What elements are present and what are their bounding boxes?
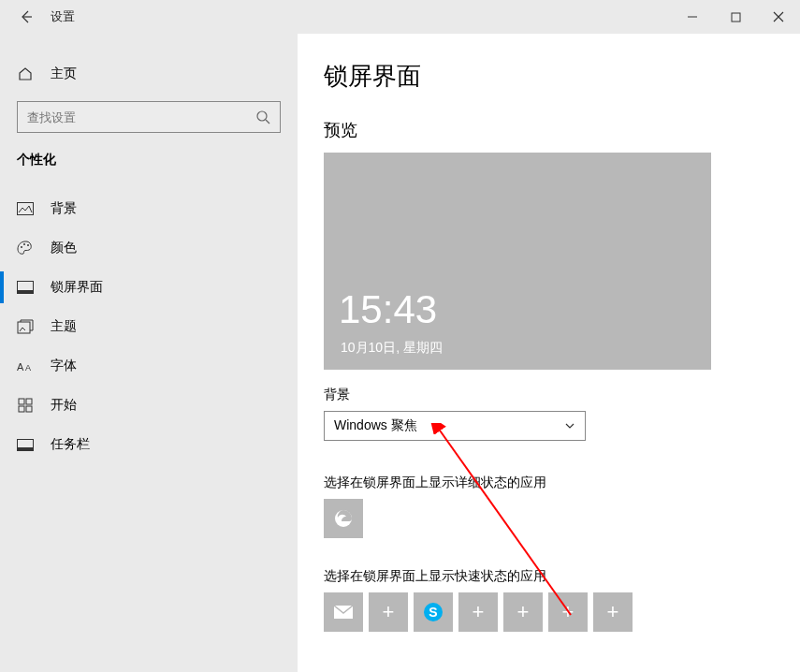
search-icon: [255, 110, 270, 124]
sidebar-item-taskbar[interactable]: 任务栏: [0, 425, 298, 464]
quick-app-mail[interactable]: [324, 592, 363, 632]
svg-text:A: A: [25, 363, 31, 373]
picture-icon: [17, 200, 34, 217]
quick-app-add-4[interactable]: +: [548, 592, 588, 632]
lockscreen-preview: 15:43 10月10日, 星期四: [324, 153, 711, 370]
titlebar: 设置: [0, 0, 800, 34]
plus-icon: +: [517, 600, 530, 624]
home-link[interactable]: 主页: [0, 60, 298, 88]
skype-icon: S: [422, 601, 444, 623]
sidebar-item-label: 背景: [51, 200, 77, 217]
close-button[interactable]: [757, 0, 800, 34]
quick-app-add-5[interactable]: +: [593, 592, 633, 632]
sidebar-item-start[interactable]: 开始: [0, 386, 298, 425]
theme-icon: [17, 318, 34, 335]
plus-icon: +: [473, 600, 485, 624]
font-icon: AA: [17, 358, 34, 374]
sidebar-item-label: 颜色: [51, 240, 77, 256]
lockscreen-icon: [17, 279, 34, 296]
mail-icon: [333, 605, 354, 620]
svg-point-4: [23, 243, 25, 245]
start-icon: [17, 397, 34, 414]
sidebar-item-colors[interactable]: 颜色: [0, 228, 298, 268]
plus-icon: +: [562, 600, 575, 624]
edge-icon: [332, 507, 355, 530]
background-dropdown[interactable]: Windows 聚焦: [324, 411, 586, 441]
background-label: 背景: [324, 387, 774, 403]
home-label: 主页: [51, 66, 77, 82]
quick-status-row: + S + + + +: [324, 592, 774, 632]
quick-app-add-2[interactable]: +: [458, 592, 498, 632]
svg-rect-2: [18, 203, 34, 215]
preview-date: 10月10日, 星期四: [341, 340, 443, 357]
home-icon: [17, 66, 34, 82]
maximize-icon: [731, 12, 741, 22]
sidebar-item-lockscreen[interactable]: 锁屏界面: [0, 268, 298, 307]
detailed-status-label: 选择在锁屏界面上显示详细状态的应用: [324, 475, 774, 491]
svg-rect-8: [18, 322, 30, 333]
svg-rect-14: [26, 406, 32, 412]
detailed-status-row: [324, 499, 774, 538]
svg-point-5: [27, 244, 29, 246]
quick-status-label: 选择在锁屏界面上显示快速状态的应用: [324, 568, 774, 585]
quick-app-add-3[interactable]: +: [503, 592, 543, 632]
svg-point-1: [257, 111, 267, 121]
chevron-down-icon: [564, 420, 575, 431]
preview-label: 预览: [324, 119, 774, 141]
sidebar-item-fonts[interactable]: AA 字体: [0, 346, 298, 386]
svg-rect-11: [19, 399, 24, 404]
window-controls: [671, 0, 800, 34]
sidebar-item-background[interactable]: 背景: [0, 189, 298, 228]
svg-rect-7: [18, 290, 34, 294]
svg-text:A: A: [17, 361, 24, 373]
palette-icon: [17, 240, 34, 256]
quick-app-skype[interactable]: S: [414, 592, 453, 632]
sidebar-item-label: 主题: [51, 318, 77, 335]
plus-icon: +: [383, 600, 395, 624]
titlebar-left: 设置: [0, 7, 75, 26]
window-title: 设置: [51, 8, 75, 25]
plus-icon: +: [607, 600, 619, 624]
close-icon: [773, 11, 784, 22]
dropdown-value: Windows 聚焦: [334, 417, 564, 434]
sidebar-item-label: 开始: [51, 397, 77, 414]
sidebar: 主页 个性化 背景 颜色 锁屏界面 主题 AA 字体 开始: [0, 34, 298, 672]
svg-rect-0: [732, 13, 740, 22]
sidebar-item-label: 任务栏: [51, 436, 90, 453]
content: 锁屏界面 预览 15:43 10月10日, 星期四 背景 Windows 聚焦 …: [298, 34, 800, 672]
maximize-button[interactable]: [714, 0, 757, 34]
sidebar-item-themes[interactable]: 主题: [0, 307, 298, 346]
minimize-button[interactable]: [671, 0, 714, 34]
search-field[interactable]: [27, 110, 255, 124]
preview-time: 15:43: [339, 287, 437, 332]
main-container: 主页 个性化 背景 颜色 锁屏界面 主题 AA 字体 开始: [0, 34, 800, 672]
detailed-app-tile[interactable]: [324, 499, 363, 538]
minimize-icon: [687, 11, 698, 22]
svg-rect-12: [26, 399, 32, 404]
category-title: 个性化: [0, 152, 298, 168]
search-input[interactable]: [17, 101, 281, 133]
svg-rect-13: [19, 406, 24, 412]
arrow-left-icon: [19, 9, 34, 24]
page-title: 锁屏界面: [324, 60, 774, 93]
taskbar-icon: [17, 436, 34, 453]
svg-rect-16: [18, 447, 34, 451]
back-button[interactable]: [17, 7, 36, 26]
svg-text:S: S: [429, 605, 437, 620]
svg-point-3: [21, 246, 22, 248]
sidebar-item-label: 字体: [51, 358, 77, 374]
quick-app-add-1[interactable]: +: [369, 592, 408, 632]
sidebar-item-label: 锁屏界面: [51, 279, 103, 296]
